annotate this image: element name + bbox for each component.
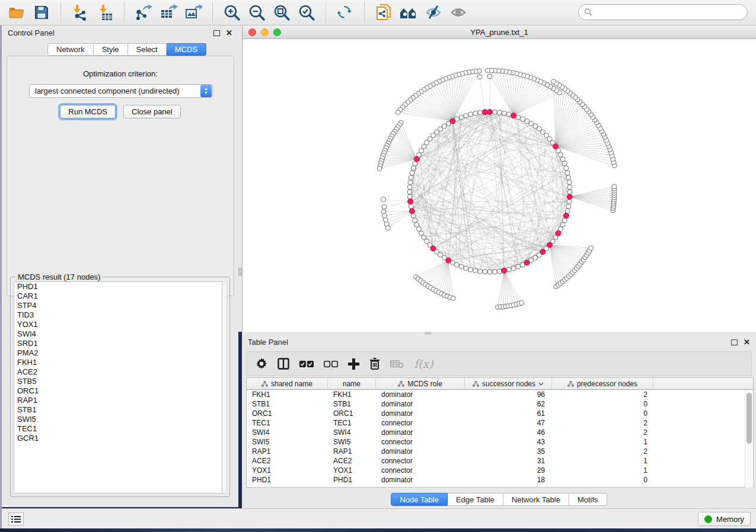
column-header[interactable]: predecessor nodes [552,378,653,389]
float-panel-icon[interactable] [731,339,738,345]
hide-details-icon[interactable] [423,2,444,23]
column-namespace-icon [398,381,404,387]
mcds-result-scrollbar[interactable] [222,281,227,493]
network-node [407,185,412,190]
table-cell: 0 [552,399,653,409]
node-table[interactable]: shared namenameMCDS rolesuccessor nodesp… [246,377,754,488]
network-node [519,300,524,305]
table-row[interactable]: ACE2ACE2connector311 [247,456,753,466]
zoom-selected-icon[interactable] [296,2,317,23]
network-canvas[interactable] [243,39,756,332]
tab-motifs[interactable]: Motifs [569,493,607,506]
task-history-button[interactable] [8,512,24,525]
table-row[interactable]: SWI5SWI5connector431 [247,437,753,447]
list-item[interactable]: ORC1 [14,386,222,396]
list-item[interactable]: FKH1 [14,358,222,367]
list-item[interactable]: YOX1 [14,320,222,329]
column-header[interactable]: name [328,378,376,389]
table-cell: 62 [465,399,552,409]
list-item[interactable]: SWI4 [14,329,222,339]
list-item[interactable]: PHD1 [14,282,222,291]
table-row[interactable]: ORC1ORC1dominator610 [247,409,753,418]
list-item[interactable]: TEC1 [14,424,222,434]
search-field[interactable] [578,4,748,20]
list-item[interactable]: ACE2 [14,367,222,377]
network-window-titlebar[interactable]: YPA_prune.txt_1 [243,25,756,39]
list-item[interactable]: TID3 [14,310,222,320]
list-item[interactable]: SRD1 [14,339,222,348]
tab-style[interactable]: Style [94,43,128,56]
table-row[interactable]: PHD1PHD1dominator180 [247,475,753,485]
tab-mcds[interactable]: MCDS [167,43,206,56]
list-item[interactable]: PMA2 [14,348,222,358]
tab-select[interactable]: Select [128,43,167,56]
share-document-icon[interactable] [373,2,394,23]
show-columns-icon[interactable] [277,358,289,370]
tab-node-table[interactable]: Node Table [391,493,448,506]
delete-icon[interactable] [369,358,380,370]
save-icon[interactable] [31,2,52,23]
network-node [567,199,572,204]
column-header[interactable]: successor nodes [465,378,552,389]
close-panel-button[interactable]: Close panel [123,105,181,118]
zoom-fit-icon[interactable] [271,2,292,23]
column-header[interactable]: MCDS role [376,378,465,389]
open-folder-icon[interactable] [6,2,27,23]
list-item[interactable]: STB1 [14,405,222,415]
import-network-icon[interactable] [69,2,91,23]
network-node [565,209,570,213]
close-panel-icon[interactable]: ✕ [226,29,232,37]
gear-icon[interactable] [256,358,267,370]
table-row[interactable]: TEC1TEC1connector472 [247,418,753,428]
list-item[interactable]: CAR1 [14,291,222,301]
table-cell: TEC1 [247,418,328,428]
column-header[interactable]: shared name [247,378,328,389]
table-cell: 35 [465,447,552,456]
table-cell: 18 [465,475,552,485]
search-input[interactable] [593,5,747,20]
tab-network[interactable]: Network [47,43,94,56]
optimization-criterion-select[interactable]: largest connected component (undirected)… [29,84,213,98]
network-node [451,296,455,301]
list-item[interactable]: SWI5 [14,415,222,424]
delete-table-icon-disabled [390,360,404,368]
show-details-icon[interactable] [448,2,469,23]
refresh-icon[interactable] [334,2,356,23]
export-table-icon[interactable] [158,2,179,23]
deselect-all-icon[interactable] [324,360,338,368]
list-item[interactable]: STP4 [14,301,222,310]
list-item[interactable]: GCR1 [14,434,222,443]
toolbar-separator [60,2,61,23]
table-row[interactable]: YOX1YOX1connector291 [247,466,753,475]
table-cell: 1 [552,466,653,475]
export-network-icon[interactable] [133,2,154,23]
list-item[interactable]: RAP1 [14,396,222,405]
tab-edge-table[interactable]: Edge Table [448,493,503,506]
close-panel-icon[interactable]: ✕ [744,338,750,346]
table-row[interactable]: SWI4SWI4dominator462 [247,428,753,437]
table-row[interactable]: RAP1RAP1dominator352 [247,447,753,456]
zoom-in-icon[interactable] [221,2,243,23]
import-table-icon[interactable] [94,2,116,23]
network-node [407,190,412,194]
add-icon[interactable] [348,358,359,370]
table-scrollbar[interactable] [745,390,752,488]
export-image-icon[interactable] [183,2,204,23]
zoom-out-icon[interactable] [246,2,267,23]
select-all-icon[interactable] [299,360,314,368]
run-mcds-button[interactable]: Run MCDS [60,105,116,118]
memory-button[interactable]: Memory [698,512,751,526]
tab-network-table[interactable]: Network Table [503,493,569,506]
optimization-criterion-label: Optimization criterion: [7,69,234,78]
list-item[interactable]: STB5 [14,377,222,386]
scrollbar-thumb[interactable] [747,393,752,444]
search-network-icon[interactable] [398,2,419,23]
float-panel-icon[interactable] [213,30,220,36]
network-node [560,222,565,227]
table-cell: YOX1 [247,466,328,475]
table-row[interactable]: STB1STB1dominator620 [247,399,753,409]
mcds-result-list[interactable]: PHD1CAR1STP4TID3YOX1SWI4SRD1PMA2FKH1ACE2… [14,281,222,493]
table-cell: dominator [376,409,465,418]
table-cell: YOX1 [328,466,376,475]
table-row[interactable]: FKH1FKH1dominator962 [247,390,753,399]
